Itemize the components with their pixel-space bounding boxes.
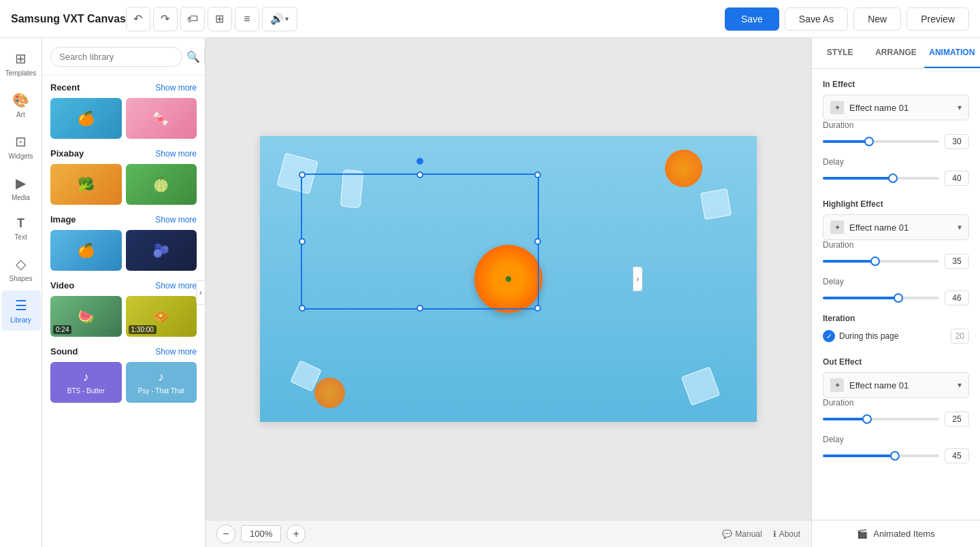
out-effect-delay-value[interactable] bbox=[945, 448, 969, 463]
undo-button[interactable]: ↶ bbox=[126, 7, 150, 31]
highlight-effect-name: Effect name 01 bbox=[849, 222, 952, 233]
out-effect-delay-label: Delay bbox=[823, 435, 969, 444]
sound-show-more[interactable]: Show more bbox=[155, 347, 197, 357]
in-effect-duration-fill bbox=[823, 140, 869, 143]
handle-mr[interactable] bbox=[534, 238, 541, 245]
layers-button[interactable]: ≡ bbox=[235, 7, 259, 31]
tab-style[interactable]: STYLE bbox=[812, 38, 868, 68]
in-effect-duration-thumb[interactable] bbox=[864, 137, 874, 146]
highlight-delay-row: Delay bbox=[823, 277, 969, 305]
canvas-area: ‹ bbox=[206, 38, 811, 547]
save-button[interactable]: Save bbox=[725, 7, 779, 31]
video-thumb-1[interactable]: 🍉 0:24 bbox=[50, 296, 122, 337]
search-input[interactable] bbox=[50, 47, 182, 67]
out-effect-delay-track[interactable] bbox=[823, 454, 939, 457]
highlight-delay-label: Delay bbox=[823, 277, 969, 286]
out-effect-dropdown[interactable]: ✦ Effect name 01 ▾ bbox=[823, 372, 969, 398]
in-effect-duration-track[interactable] bbox=[823, 140, 939, 143]
handle-br[interactable] bbox=[534, 305, 541, 312]
image-grid: 🍊 🫐 ✕ bbox=[50, 230, 197, 271]
grid-button[interactable]: ⊞ bbox=[208, 7, 232, 31]
sidebar-item-library[interactable]: ☰ Library bbox=[1, 291, 41, 331]
zoom-in-button[interactable]: + bbox=[287, 525, 306, 544]
sidebar-item-media[interactable]: ▶ Media bbox=[1, 168, 41, 208]
sidebar-item-text[interactable]: T Text bbox=[1, 210, 41, 248]
out-effect-duration-thumb[interactable] bbox=[862, 414, 872, 424]
expand-right-panel-button[interactable]: › bbox=[633, 267, 642, 291]
tab-animation[interactable]: ANIMATION bbox=[924, 38, 980, 68]
tag-button[interactable]: 🏷 bbox=[180, 7, 205, 31]
sound-item-2[interactable]: ♪ Psy - That That bbox=[126, 362, 197, 403]
in-effect-delay-track[interactable] bbox=[823, 177, 939, 180]
out-effect-duration-track[interactable] bbox=[823, 418, 939, 420]
video-thumb-2[interactable]: 🧇 1:30:00 bbox=[126, 296, 197, 337]
sidebar-item-widgets[interactable]: ⊡ Widgets bbox=[1, 127, 41, 167]
right-panel: STYLE ARRANGE ANIMATION In Effect ✦ Effe… bbox=[811, 38, 980, 547]
sidebar-item-art[interactable]: 🎨 Art bbox=[1, 85, 41, 125]
out-effect-delay-thumb[interactable] bbox=[890, 451, 900, 461]
app-title: Samsung VXT Canvas bbox=[11, 13, 126, 25]
recent-show-more[interactable]: Show more bbox=[155, 83, 197, 93]
out-effect-icon: ✦ bbox=[830, 378, 844, 392]
save-as-button[interactable]: Save As bbox=[785, 7, 848, 31]
iteration-check[interactable]: ✓ During this page bbox=[823, 330, 898, 342]
sound-item-1[interactable]: ♪ BTS - Butter bbox=[50, 362, 122, 403]
highlight-duration-thumb[interactable] bbox=[870, 256, 880, 266]
search-bar: 🔍 ↑ bbox=[42, 38, 205, 76]
highlight-duration-value[interactable] bbox=[945, 254, 969, 269]
image-show-more[interactable]: Show more bbox=[155, 215, 197, 225]
iteration-value: 20 bbox=[951, 329, 969, 344]
pixabay-section: Pixabay Show more 🥦 🍈 bbox=[42, 142, 205, 208]
in-effect-label: In Effect bbox=[823, 80, 969, 89]
toolbar-icons: ↶ ↷ 🏷 ⊞ ≡ 🔊 ▾ bbox=[126, 7, 297, 31]
handle-bc[interactable] bbox=[416, 305, 423, 312]
handle-ml[interactable] bbox=[299, 238, 306, 245]
templates-icon: ⊞ bbox=[15, 50, 27, 67]
highlight-delay-track[interactable] bbox=[823, 297, 939, 299]
new-button[interactable]: New bbox=[853, 7, 901, 31]
about-icon: ℹ bbox=[773, 529, 777, 539]
sidebar-item-templates[interactable]: ⊞ Templates bbox=[1, 44, 41, 84]
highlight-delay-value[interactable] bbox=[945, 291, 969, 305]
image-thumb-2[interactable]: 🫐 ✕ bbox=[126, 230, 197, 271]
highlight-delay-thumb[interactable] bbox=[894, 293, 903, 303]
zoom-out-button[interactable]: − bbox=[216, 525, 235, 544]
out-effect-duration-slider bbox=[823, 412, 969, 427]
in-effect-dropdown[interactable]: ✦ Effect name 01 ▾ bbox=[823, 95, 969, 120]
redo-button[interactable]: ↷ bbox=[153, 7, 178, 31]
out-effect-duration-value[interactable] bbox=[945, 412, 969, 427]
selected-element[interactable] bbox=[301, 173, 539, 310]
pixabay-show-more[interactable]: Show more bbox=[155, 149, 197, 159]
sound-header: Sound Show more bbox=[50, 346, 197, 357]
image-thumb-1[interactable]: 🍊 bbox=[50, 230, 122, 271]
handle-tc[interactable] bbox=[416, 171, 423, 178]
tab-arrange[interactable]: ARRANGE bbox=[868, 38, 924, 68]
handle-tl[interactable] bbox=[299, 171, 306, 178]
recent-thumb-2[interactable]: 🍬 › bbox=[126, 98, 197, 139]
in-effect-delay-thumb[interactable] bbox=[888, 173, 898, 183]
in-effect-duration-slider bbox=[823, 134, 969, 149]
video-section: Video Show more 🍉 0:24 🧇 1:30:00 bbox=[42, 274, 205, 339]
preview-button[interactable]: Preview bbox=[906, 7, 969, 31]
animated-items-button[interactable]: 🎬 Animated Items bbox=[812, 520, 980, 547]
canvas-image[interactable] bbox=[260, 136, 757, 422]
pixabay-thumb-2[interactable]: 🍈 bbox=[126, 164, 197, 205]
handle-tr[interactable] bbox=[534, 171, 541, 178]
handle-bl[interactable] bbox=[299, 305, 306, 312]
in-effect-duration-value[interactable] bbox=[945, 134, 969, 149]
check-icon: ✓ bbox=[823, 330, 835, 342]
about-link[interactable]: ℹ About bbox=[773, 529, 800, 539]
in-effect-delay-value[interactable] bbox=[945, 171, 969, 186]
handle-rotate[interactable] bbox=[416, 158, 423, 165]
video-show-more[interactable]: Show more bbox=[155, 281, 197, 291]
collapse-panel-button[interactable]: ‹ bbox=[196, 280, 206, 305]
sidebar-item-shapes[interactable]: ◇ Shapes bbox=[1, 249, 41, 289]
pixabay-thumb-1[interactable]: 🥦 bbox=[50, 164, 122, 205]
search-button[interactable]: 🔍 bbox=[186, 50, 200, 63]
sidebar-icons: ⊞ Templates 🎨 Art ⊡ Widgets ▶ Media T Te… bbox=[0, 38, 42, 547]
highlight-duration-track[interactable] bbox=[823, 260, 939, 263]
volume-button[interactable]: 🔊 ▾ bbox=[262, 7, 297, 31]
manual-link[interactable]: 💬 Manual bbox=[722, 529, 762, 539]
highlight-effect-dropdown[interactable]: ✦ Effect name 01 ▾ bbox=[823, 214, 969, 240]
recent-thumb-1[interactable]: 🍊 bbox=[50, 98, 122, 139]
